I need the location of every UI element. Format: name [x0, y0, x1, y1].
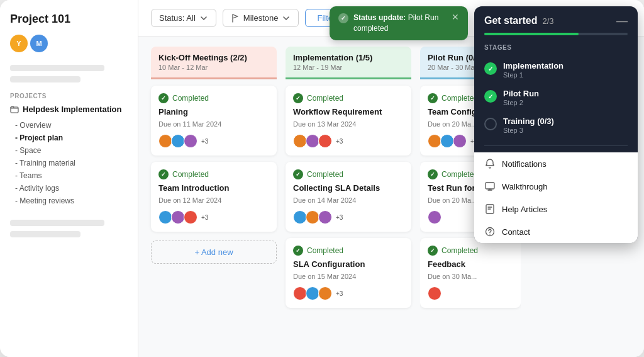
menu-item-help[interactable]: Help Articles	[474, 198, 638, 220]
column-kickoff: Kick-Off Meetings (2/2) 10 Mar - 12 Mar …	[151, 47, 277, 347]
panel-divider	[484, 145, 628, 146]
stage-name-pilot: Pilot Run	[503, 89, 539, 98]
card-due-planing: Due on 11 Mar 2024	[158, 120, 269, 128]
panel-header: Get started 2/3 —	[474, 6, 638, 33]
column-implementation: Implementation (1/5) 12 Mar - 19 Mar Com…	[286, 47, 411, 347]
stage-check-done	[484, 62, 497, 75]
card-due-sla-config: Due on 15 Mar 2024	[293, 273, 404, 280]
check-icon	[428, 246, 438, 256]
book-icon	[484, 203, 496, 215]
card-due-sla-details: Due on 14 Mar 2024	[293, 196, 404, 204]
card-avatars-workflow: +3	[293, 134, 404, 148]
sidebar-item-space[interactable]: - Space	[10, 144, 128, 157]
monitor-icon	[484, 181, 496, 192]
panel-progress-bar	[484, 33, 628, 35]
status-filter-btn[interactable]: Status: All	[151, 9, 216, 27]
column-header-implementation: Implementation (1/5) 12 Mar - 19 Mar	[286, 47, 411, 79]
sidebar-item-overview[interactable]: - Overview	[10, 119, 128, 132]
card-avatars-planing: +3	[158, 134, 269, 148]
card-sla-config[interactable]: Completed SLA Configuration Due on 15 Ma…	[286, 238, 411, 308]
stage-item-pilot: Pilot Run Step 2	[474, 84, 638, 111]
sidebar-item-training[interactable]: - Training material	[10, 157, 128, 169]
column-title-kickoff: Kick-Off Meetings (2/2)	[158, 53, 269, 62]
column-date-implementation: 12 Mar - 19 Mar	[293, 64, 404, 71]
mini-avatar	[428, 286, 441, 300]
mini-avatar	[293, 134, 307, 148]
menu-item-walkthrough[interactable]: Walkthrough	[474, 175, 638, 198]
toast-text: Status update: Pilot Run completed	[353, 13, 447, 34]
check-icon	[158, 169, 169, 179]
menu-item-notifications[interactable]: Notifications	[474, 152, 638, 175]
check-icon	[293, 169, 303, 179]
card-status-planing: Completed	[158, 93, 269, 103]
avatar-group: Y M	[10, 35, 128, 52]
card-due-workflow: Due on 13 Mar 2024	[293, 120, 404, 128]
column-date-kickoff: 10 Mar - 12 Mar	[158, 64, 269, 71]
main-content: Status: All Milestone Filters	[138, 0, 644, 357]
mini-avatar	[453, 134, 467, 148]
card-workflow[interactable]: Completed Workflow Requirement Due on 13…	[286, 86, 411, 156]
mini-avatar	[293, 210, 307, 224]
menu-item-contact[interactable]: Contact	[474, 220, 638, 243]
sidebar: Project 101 Y M PROJECTS Helpdesk Implem…	[0, 0, 138, 357]
sidebar-item-teams[interactable]: - Teams	[10, 169, 128, 182]
toast-prefix: Status update:	[353, 13, 406, 22]
add-new-button[interactable]: + Add new	[151, 241, 277, 264]
menu-label-walkthrough: Walkthrough	[502, 182, 548, 191]
folder-icon	[10, 105, 19, 114]
check-icon	[428, 169, 438, 179]
stage-name-training: Training (0/3)	[503, 116, 554, 126]
card-avatars-feedback	[428, 286, 513, 300]
stage-sub-pilot: Step 2	[503, 99, 539, 106]
svg-point-4	[489, 234, 490, 234]
card-title-team-intro: Team Introduction	[158, 183, 269, 193]
sidebar-item-project-plan[interactable]: - Project plan	[10, 132, 128, 144]
milestone-label: Milestone	[243, 13, 279, 23]
chevron-down-icon	[199, 14, 208, 23]
mini-avatar	[184, 210, 197, 224]
avatar-count: +3	[336, 138, 343, 145]
milestone-filter-btn[interactable]: Milestone	[223, 9, 299, 27]
menu-label-notifications: Notifications	[502, 159, 547, 169]
column-header-kickoff: Kick-Off Meetings (2/2) 10 Mar - 12 Mar	[151, 47, 277, 79]
skeleton-bar	[10, 220, 104, 226]
mini-avatar	[171, 134, 185, 148]
card-title-feedback: Feedback	[428, 259, 513, 269]
card-due-team-intro: Due on 12 Mar 2024	[158, 196, 269, 204]
menu-label-contact: Contact	[502, 227, 530, 237]
chevron-down-icon	[282, 14, 291, 23]
card-status-sla-details: Completed	[293, 169, 404, 179]
skeleton-bar	[10, 76, 80, 82]
mini-avatar	[428, 210, 441, 224]
sidebar-item-activity[interactable]: - Activity logs	[10, 182, 128, 195]
mini-avatar	[293, 286, 307, 300]
sidebar-item-meetings[interactable]: - Meeting reviews	[10, 195, 128, 207]
panel-title-group: Get started 2/3	[484, 15, 554, 26]
column-title-implementation: Implementation (1/5)	[293, 53, 404, 62]
app-container: Project 101 Y M PROJECTS Helpdesk Implem…	[0, 0, 644, 357]
stages-label: STAGES	[474, 44, 638, 56]
avatar-count: +3	[336, 214, 343, 221]
card-team-intro[interactable]: Completed Team Introduction Due on 12 Ma…	[151, 162, 277, 232]
card-sla-details[interactable]: Completed Collecting SLA Details Due on …	[286, 162, 411, 232]
stage-check-done	[484, 90, 497, 103]
mini-avatar	[158, 210, 172, 224]
panel-minimize-button[interactable]: —	[616, 15, 628, 26]
menu-label-help: Help Articles	[502, 205, 547, 214]
mini-avatar	[184, 134, 197, 148]
toast-check-icon	[338, 13, 348, 23]
flag-icon	[231, 14, 240, 23]
card-planing[interactable]: Completed Planing Due on 11 Mar 2024 +3	[151, 86, 277, 156]
card-feedback[interactable]: Completed Feedback Due on 30 Ma...	[420, 238, 521, 308]
bell-icon	[484, 158, 496, 169]
card-title-sla-details: Collecting SLA Details	[293, 183, 404, 193]
sidebar-project-name: Helpdesk Implementation	[10, 105, 128, 114]
check-icon	[158, 93, 169, 103]
mini-avatar	[318, 286, 332, 300]
toast-close-button[interactable]: ✕	[452, 13, 459, 21]
panel-progress-fill	[484, 33, 579, 35]
card-title-planing: Planing	[158, 107, 269, 116]
card-avatars-sla-config: +3	[293, 286, 404, 300]
skeleton-bar	[10, 231, 80, 237]
mini-avatar	[306, 210, 319, 224]
